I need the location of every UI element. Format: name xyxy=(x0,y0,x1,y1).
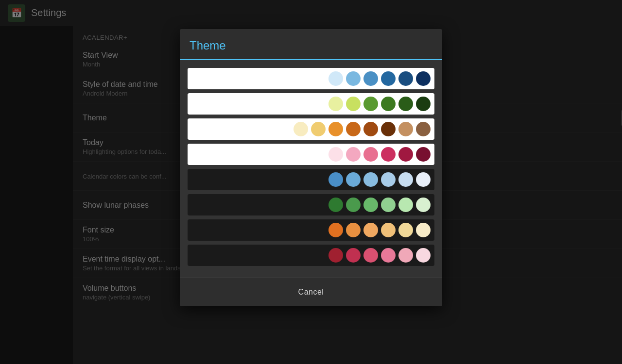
color-dot-0-2[interactable] xyxy=(363,71,378,86)
color-dot-0-0[interactable] xyxy=(328,71,343,86)
color-dot-6-0[interactable] xyxy=(328,223,343,237)
color-dot-6-4[interactable] xyxy=(398,223,413,237)
color-row-bg-0 xyxy=(188,68,434,89)
color-row-0[interactable] xyxy=(188,68,434,89)
color-dot-1-2[interactable] xyxy=(363,97,378,111)
color-dot-2-7[interactable] xyxy=(416,122,431,136)
color-dot-0-5[interactable] xyxy=(416,71,431,86)
color-dot-7-3[interactable] xyxy=(381,248,396,263)
dialog-body xyxy=(180,60,442,278)
color-dot-4-0[interactable] xyxy=(328,172,343,187)
color-row-1[interactable] xyxy=(188,93,434,115)
color-dot-5-5[interactable] xyxy=(416,198,431,212)
color-dot-3-1[interactable] xyxy=(346,147,361,162)
dialog-header: Theme xyxy=(180,29,442,60)
color-dot-2-2[interactable] xyxy=(328,122,343,136)
color-dot-7-4[interactable] xyxy=(398,248,413,263)
color-row-7[interactable] xyxy=(188,245,434,266)
color-row-5[interactable] xyxy=(188,194,434,215)
color-dot-0-4[interactable] xyxy=(398,71,413,86)
color-dot-1-5[interactable] xyxy=(416,97,431,111)
color-dot-6-3[interactable] xyxy=(381,223,396,237)
color-dot-4-4[interactable] xyxy=(398,172,413,187)
color-dot-7-1[interactable] xyxy=(346,248,361,263)
color-dot-3-4[interactable] xyxy=(398,147,413,162)
dialog-footer: Cancel xyxy=(180,278,442,306)
color-dot-3-3[interactable] xyxy=(381,147,396,162)
color-dot-0-3[interactable] xyxy=(381,71,396,86)
color-row-bg-5 xyxy=(188,194,434,215)
overlay: Theme Cancel xyxy=(0,0,622,364)
color-row-4[interactable] xyxy=(188,169,434,190)
dialog-title: Theme xyxy=(190,39,226,52)
color-dot-1-0[interactable] xyxy=(328,97,343,111)
color-dot-2-4[interactable] xyxy=(363,122,378,136)
color-dot-6-2[interactable] xyxy=(363,223,378,237)
color-row-6[interactable] xyxy=(188,219,434,241)
color-dot-4-1[interactable] xyxy=(346,172,361,187)
color-row-bg-6 xyxy=(188,219,434,241)
color-dot-5-1[interactable] xyxy=(346,198,361,212)
color-dot-6-5[interactable] xyxy=(416,223,431,237)
color-row-2[interactable] xyxy=(188,118,434,140)
color-row-bg-2 xyxy=(188,118,434,140)
color-dot-2-0[interactable] xyxy=(294,122,308,136)
color-row-3[interactable] xyxy=(188,144,434,165)
color-dot-4-3[interactable] xyxy=(381,172,396,187)
color-dot-7-2[interactable] xyxy=(363,248,378,263)
color-dot-3-0[interactable] xyxy=(328,147,343,162)
color-dot-1-4[interactable] xyxy=(398,97,413,111)
color-dot-5-3[interactable] xyxy=(381,198,396,212)
color-dot-1-3[interactable] xyxy=(381,97,396,111)
color-dot-2-6[interactable] xyxy=(398,122,413,136)
color-dot-4-2[interactable] xyxy=(363,172,378,187)
color-dot-3-2[interactable] xyxy=(363,147,378,162)
color-row-bg-7 xyxy=(188,245,434,266)
color-dot-7-0[interactable] xyxy=(328,248,343,263)
color-row-bg-4 xyxy=(188,169,434,190)
color-dot-3-5[interactable] xyxy=(416,147,431,162)
cancel-button[interactable]: Cancel xyxy=(279,283,344,301)
color-dot-5-0[interactable] xyxy=(328,198,343,212)
color-dot-2-1[interactable] xyxy=(311,122,326,136)
color-row-bg-1 xyxy=(188,93,434,115)
color-dot-5-2[interactable] xyxy=(363,198,378,212)
color-dot-1-1[interactable] xyxy=(346,97,361,111)
color-dot-4-5[interactable] xyxy=(416,172,431,187)
color-dot-2-3[interactable] xyxy=(346,122,361,136)
color-dot-0-1[interactable] xyxy=(346,71,361,86)
color-dot-5-4[interactable] xyxy=(398,198,413,212)
color-row-bg-3 xyxy=(188,144,434,165)
color-dot-7-5[interactable] xyxy=(416,248,431,263)
theme-dialog: Theme Cancel xyxy=(180,29,442,306)
color-dot-6-1[interactable] xyxy=(346,223,361,237)
color-dot-2-5[interactable] xyxy=(381,122,396,136)
